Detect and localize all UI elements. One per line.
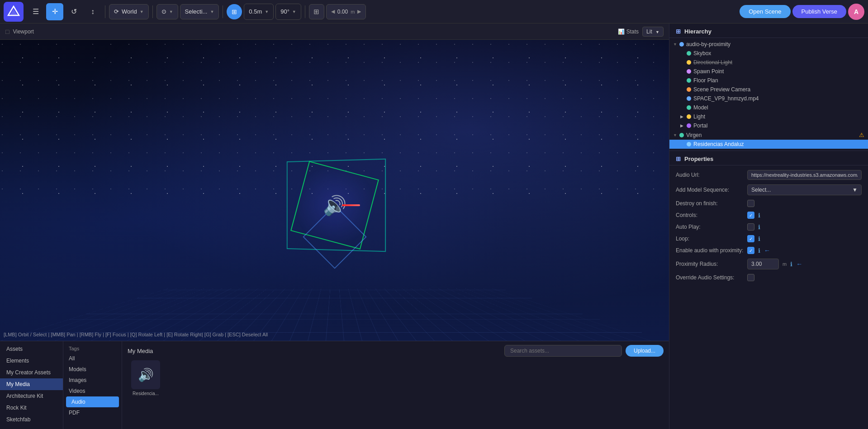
tag-pdf[interactable]: PDF <box>63 407 122 418</box>
tree-item-audio-by-proximity[interactable]: ▼ audio-by-proximity <box>669 40 868 49</box>
tree-label-directional-light: Directional Light <box>693 59 732 66</box>
open-scene-button[interactable]: Open Scene <box>740 5 790 18</box>
separator-2 <box>152 5 153 18</box>
snap-angle-label: 90° <box>280 8 289 15</box>
prop-label-loop: Loop: <box>676 236 744 242</box>
selection-label: Selecti... <box>185 8 208 15</box>
mode-dropdown[interactable]: ⟳ World ▼ <box>109 4 149 19</box>
wireframe-container: 🔊 <box>289 156 380 255</box>
expand-arrow-portal[interactable]: ▶ <box>680 123 687 128</box>
stats-chart-icon: 📊 <box>618 28 625 35</box>
hierarchy-tree: ▼ audio-by-proximity Skybox Directional … <box>669 38 868 151</box>
prop-checkbox-loop[interactable] <box>747 235 754 242</box>
prop-checkbox-enable-audio-proximity[interactable] <box>747 247 754 254</box>
tree-item-floor-plan[interactable]: Floor Plan <box>669 76 868 85</box>
target-dropdown[interactable]: ⊙ ▼ <box>157 4 178 19</box>
tree-item-directional-light[interactable]: Directional Light <box>669 58 868 67</box>
sidebar-item-my-media[interactable]: My Media <box>0 378 63 390</box>
tag-models[interactable]: Models <box>63 364 122 375</box>
prop-info-icon-proximity-radius[interactable]: ℹ <box>790 261 792 268</box>
prop-input-proximity-radius[interactable] <box>747 259 779 269</box>
main-area: □ Viewport 📊 Stats Lit ▼ <box>0 24 868 429</box>
prop-input-audio-url[interactable] <box>747 170 862 180</box>
tree-item-virgen[interactable]: ▼ Virgen ⚠ <box>669 130 868 140</box>
snap-icon-btn[interactable]: ⊞ <box>227 4 242 19</box>
coord-left-arrow[interactable]: ◀ <box>331 9 335 14</box>
expand-arrow-virgen[interactable]: ▼ <box>673 133 679 137</box>
audio-character: 🔊 <box>323 194 346 217</box>
sidebar-item-rock-kit[interactable]: Rock Kit <box>0 402 63 414</box>
tag-all[interactable]: All <box>63 353 122 364</box>
tree-item-residencias-andaluz[interactable]: Residencias Andaluz <box>669 140 868 149</box>
prop-info-icon-controls[interactable]: ℹ <box>758 212 760 219</box>
sidebar-item-creator-assets[interactable]: My Creator Assets <box>0 367 63 378</box>
coord-right-arrow[interactable]: ▶ <box>357 9 361 14</box>
prop-row-enable-audio-proximity: Enable audio with proximity: ℹ ← <box>676 247 862 254</box>
sidebar-item-assets[interactable]: Assets <box>0 343 63 355</box>
tree-item-light[interactable]: ▶ Light <box>669 112 868 121</box>
prop-checkbox-controls[interactable] <box>747 212 754 219</box>
tree-item-model[interactable]: Model <box>669 103 868 112</box>
logo-button[interactable] <box>4 2 24 22</box>
snap-value-dropdown[interactable]: 0.5m ▼ <box>244 4 273 19</box>
scene-object: 🔊 <box>289 160 380 250</box>
prop-checkbox-override-audio[interactable] <box>747 274 754 281</box>
prop-info-icon-loop[interactable]: ℹ <box>758 236 760 242</box>
prop-info-icon-auto-play[interactable]: ℹ <box>758 224 760 231</box>
assets-sidebar: Assets Elements My Creator Assets My Med… <box>0 341 63 429</box>
assets-grid: 🔊 Residencia... <box>128 360 664 396</box>
sidebar-item-elements[interactable]: Elements <box>0 355 63 367</box>
viewport-canvas[interactable]: 🔊 [LMB] Orbit / Select | [MMB] Pan | [RM… <box>0 40 669 341</box>
menu-button[interactable]: ☰ <box>27 3 44 20</box>
refresh-button[interactable]: ↺ <box>65 3 82 20</box>
snap-caret: ▼ <box>265 9 269 14</box>
tree-item-portal[interactable]: ▶ Portal <box>669 121 868 130</box>
prop-checkbox-destroy-on-finish[interactable] <box>747 200 754 207</box>
move-tool-button[interactable]: ✛ <box>46 3 63 20</box>
mode-label: World <box>122 8 137 15</box>
tag-audio[interactable]: Audio <box>66 396 119 407</box>
hierarchy-icon: ⊞ <box>676 28 681 35</box>
properties-icon: ⊞ <box>676 156 681 162</box>
tree-dot-space-vp9 <box>687 96 691 101</box>
prop-row-proximity-radius: Proximity Radius: m ℹ ← <box>676 259 862 269</box>
assets-search-input[interactable] <box>504 345 622 357</box>
expand-arrow-audio-by-proximity[interactable]: ▼ <box>673 42 679 47</box>
lit-dropdown[interactable]: Lit ▼ <box>642 27 664 37</box>
sidebar-item-bing-images[interactable]: Bing Images <box>0 425 63 429</box>
tree-item-spawn-point[interactable]: Spawn Point <box>669 67 868 76</box>
viewport-label: Viewport <box>13 28 33 35</box>
red-arrow-indicator <box>342 204 360 206</box>
target-caret: ▼ <box>169 9 173 14</box>
tree-label-residencias-andaluz: Residencias Andaluz <box>693 141 744 147</box>
viewport-hint: [LMB] Orbit / Select | [MMB] Pan | [RMB]… <box>4 332 268 337</box>
properties-title: Properties <box>684 156 713 162</box>
prop-label-auto-play: Auto Play: <box>676 224 744 230</box>
viewport-collapse-icon[interactable]: □ <box>5 28 9 35</box>
prop-row-destroy-on-finish: Destroy on finish: <box>676 200 862 207</box>
tree-item-skybox[interactable]: Skybox <box>669 49 868 58</box>
tree-item-scene-preview-camera[interactable]: Scene Preview Camera <box>669 85 868 94</box>
asset-item-residencia[interactable]: 🔊 Residencia... <box>128 360 164 396</box>
expand-arrow-light[interactable]: ▶ <box>680 114 687 119</box>
selection-dropdown[interactable]: Selecti... ▼ <box>180 4 219 19</box>
tag-images[interactable]: Images <box>63 375 122 386</box>
tree-item-space-vp9[interactable]: SPACE_VP9_hnmzyd.mp4 <box>669 94 868 103</box>
stats-button[interactable]: 📊 Stats <box>618 28 639 35</box>
prop-checkbox-auto-play[interactable] <box>747 223 754 231</box>
grid-button[interactable]: ⊞ <box>309 4 324 19</box>
tree-dot-floor-plan <box>687 78 691 83</box>
tree-label-spawn-point: Spawn Point <box>693 68 724 75</box>
separator-3 <box>223 5 223 18</box>
sidebar-item-sketchfab[interactable]: Sketchfab <box>0 414 63 425</box>
prop-info-icon-enable-audio-proximity[interactable]: ℹ <box>758 247 760 254</box>
tag-videos[interactable]: Videos <box>63 386 122 396</box>
snap-angle-dropdown[interactable]: 90° ▼ <box>276 4 301 19</box>
prop-select-model-sequence[interactable]: Select... ▼ <box>747 184 862 195</box>
anchor-button[interactable]: ↕ <box>84 3 101 20</box>
avatar-button[interactable]: A <box>848 4 864 20</box>
upload-button[interactable]: Upload... <box>626 345 664 357</box>
coord-value: 0.00 <box>337 9 348 15</box>
publish-button[interactable]: Publish Verse <box>792 5 847 18</box>
sidebar-item-architecture-kit[interactable]: Architecture Kit <box>0 390 63 402</box>
